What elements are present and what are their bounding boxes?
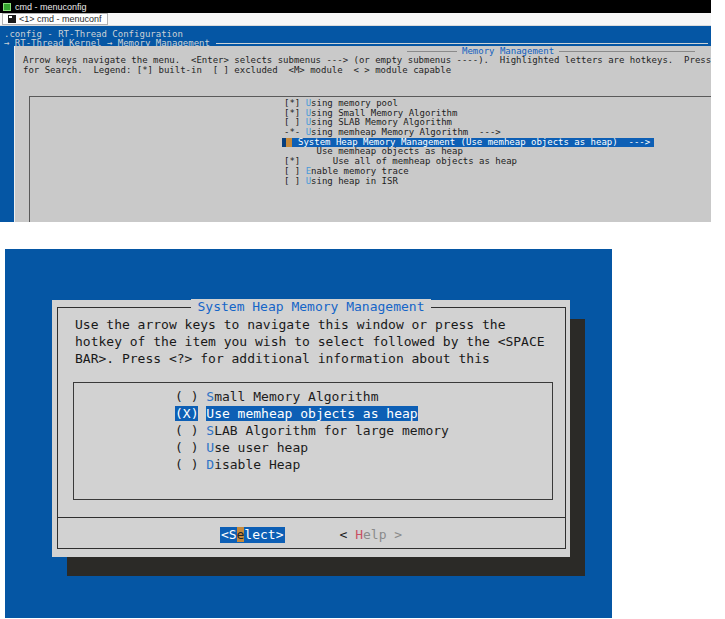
tab-bar: <1> cmd - menuconf [0, 13, 711, 26]
dialog-help-line: Use the arrow keys to navigate this wind… [75, 316, 545, 333]
dialog-buttons-row: <Select>< Help > [52, 527, 570, 543]
help-button[interactable]: < Help > [340, 527, 403, 543]
header-rule [216, 43, 708, 44]
radio-label: Use user heap [206, 440, 308, 455]
kernel-menu-list: [*] Using memory pool[*] Using Small Mem… [284, 99, 654, 186]
window-titlebar[interactable]: cmd - menuconfig [0, 0, 711, 13]
radio-state: ( ) [175, 423, 198, 438]
window-title: cmd - menuconfig [15, 2, 87, 12]
radio-options-list: ( ) Small Memory Algorithm(X) Use memhea… [175, 388, 449, 473]
dialog-help-text: Use the arrow keys to navigate this wind… [75, 316, 545, 367]
instructions-line1: Arrow keys navigate the menu. <Enter> se… [23, 55, 711, 65]
radio-option[interactable]: ( ) SLAB Algorithm for large memory [175, 422, 449, 439]
radio-label: Disable Heap [206, 457, 300, 472]
console-icon [8, 15, 16, 23]
conemu-app-icon [3, 3, 11, 11]
radio-option-selected[interactable]: (X) Use memheap objects as heap [175, 405, 418, 422]
radio-state: (X) [175, 406, 198, 421]
menu-item[interactable]: [ ] Using heap in ISR [284, 177, 398, 187]
console-tab[interactable]: <1> cmd - menuconf [2, 13, 108, 25]
radio-state: ( ) [175, 457, 198, 472]
radio-label: SLAB Algorithm for large memory [206, 423, 449, 438]
radio-option[interactable]: ( ) Disable Heap [175, 456, 300, 473]
radio-option[interactable]: ( ) Use user heap [175, 439, 308, 456]
menuconfig-panel: Memory Management Arrow keys navigate th… [14, 46, 711, 222]
dialog-screen: System Heap Memory Management Use the ar… [5, 249, 612, 618]
radio-label: Small Memory Algorithm [206, 389, 378, 404]
dialog-title: System Heap Memory Management [52, 300, 570, 314]
menuconfig-terminal: .config - RT-Thread Configuration → RT-T… [0, 26, 711, 222]
cursor-block-orange [286, 138, 292, 147]
dialog-help-line: BAR>. Press <?> for additional informati… [75, 350, 545, 367]
radio-label: Use memheap objects as heap [206, 406, 417, 421]
radio-state: ( ) [175, 389, 198, 404]
dialog-help-line: hotkey of the item you wish to select fo… [75, 333, 545, 350]
console-tab-label: <1> cmd - menuconf [19, 14, 102, 24]
buttons-separator [57, 517, 566, 518]
radio-state: ( ) [175, 440, 198, 455]
instructions-line2: for Search. Legend: [*] built-in [ ] exc… [23, 65, 451, 75]
cmd-window: cmd - menuconfig <1> cmd - menuconf .con… [0, 0, 711, 222]
radio-option[interactable]: ( ) Small Memory Algorithm [175, 388, 379, 405]
select-button[interactable]: <Select> [220, 527, 285, 543]
system-heap-dialog: System Heap Memory Management Use the ar… [52, 300, 570, 557]
